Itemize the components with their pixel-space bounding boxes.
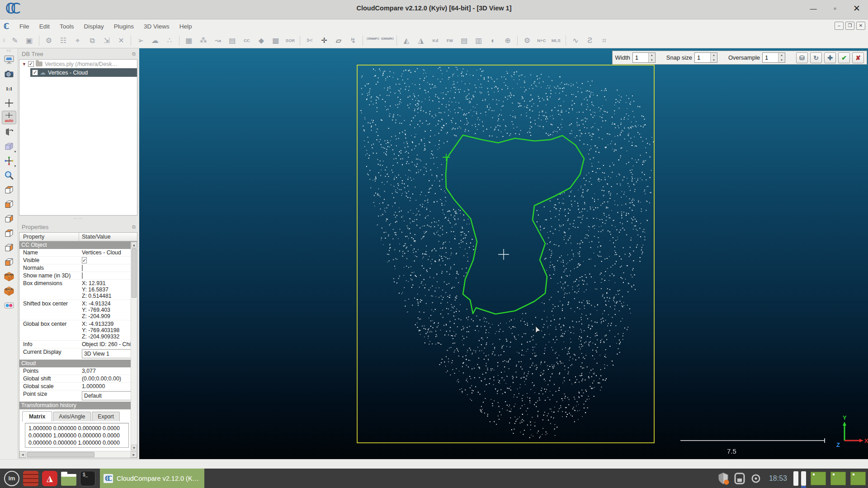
scroll-down-icon[interactable]: ▼ — [131, 445, 137, 450]
point-picking-icon[interactable]: ➢ — [135, 35, 146, 47]
view-front-iso-icon[interactable]: FRONT — [2, 270, 16, 283]
menu-edit[interactable]: Edit — [34, 21, 55, 32]
properties-list-icon[interactable]: ☷ — [57, 35, 69, 47]
qsphere-icon[interactable]: ◐ — [487, 35, 499, 47]
pcd-icon[interactable]: ▥ — [473, 35, 485, 47]
fm-plugin-icon[interactable]: FM — [444, 35, 456, 47]
oversample-input[interactable] — [763, 53, 778, 62]
expand-triangle-icon[interactable]: ▼ — [22, 62, 26, 66]
width-spinbox[interactable]: ▲▼ — [632, 52, 656, 63]
mint-menu-icon[interactable]: lm — [4, 471, 19, 486]
value-column-header[interactable]: State/Value — [79, 233, 137, 241]
kd-plugin-icon[interactable]: Kd — [429, 35, 441, 47]
view-front-icon[interactable] — [2, 197, 16, 211]
db-tree-cloud-row[interactable]: ✓ ☁ Vertices - Cloud — [30, 68, 137, 77]
menu-help[interactable]: Help — [175, 21, 197, 32]
property-column-header[interactable]: Property — [19, 233, 79, 241]
show-name-in-3d--checkbox[interactable] — [82, 272, 83, 279]
screenshot-icon[interactable] — [2, 67, 16, 81]
normals-checkbox[interactable] — [82, 265, 83, 271]
toolbar-grip[interactable]: ⣿ — [3, 38, 6, 42]
maximize-button[interactable]: ▫ — [830, 4, 840, 14]
mdi-restore-button[interactable]: ❐ — [845, 22, 854, 30]
properties-vertical-scrollbar[interactable]: ▲ ▼ — [131, 242, 137, 450]
point-list-picking-icon[interactable]: ☁ — [149, 35, 161, 47]
apply-transformation-icon[interactable]: ⌖ — [72, 35, 84, 47]
minimize-button[interactable]: — — [808, 4, 818, 14]
menu-3d-views[interactable]: 3D Views — [139, 21, 175, 32]
cloud-cloud-distance-icon[interactable]: ⁂ — [198, 35, 209, 47]
normals-compute-icon[interactable]: N+C — [536, 35, 547, 47]
render-to-file-icon[interactable]: ▦ — [183, 35, 195, 47]
auto-pick-center-icon[interactable]: auto — [2, 111, 16, 124]
zoom-fit-icon[interactable] — [2, 169, 16, 182]
globe-icon[interactable]: ⊕ — [502, 35, 514, 47]
pivot-visibility-icon[interactable]: ▾ — [2, 154, 16, 168]
scroll-right-icon[interactable]: ► — [131, 451, 137, 458]
view-bottom-icon[interactable] — [2, 255, 16, 269]
merge-icon[interactable]: ⇲ — [101, 35, 113, 47]
stereo-icon[interactable] — [2, 299, 16, 312]
cross-section-icon[interactable]: ✛ — [318, 35, 330, 47]
segment-icon[interactable]: ✄ — [304, 35, 316, 47]
clone-icon[interactable]: ⧉ — [86, 35, 98, 47]
3d-viewport-canvas[interactable] — [139, 48, 868, 459]
spline-icon[interactable]: Ƨ — [584, 35, 596, 47]
dock-splitter[interactable]: ⋯⋯ — [19, 216, 137, 222]
mdi-minimize-button[interactable]: ‒ — [835, 22, 844, 30]
snap-size-input[interactable] — [695, 53, 710, 62]
menu-plugins[interactable]: Plugins — [109, 21, 139, 32]
axes-cube-icon[interactable]: ⌗ — [599, 35, 610, 47]
cancel-button[interactable]: ✘ — [852, 52, 864, 63]
oversample-spin-arrows-icon[interactable]: ▲▼ — [778, 53, 785, 62]
save-icon[interactable]: ▣ — [24, 35, 35, 47]
saved-polylines-button[interactable]: ⛁ — [796, 52, 808, 63]
visible-checkbox[interactable]: ✓ — [82, 257, 87, 263]
view-toolbar-grip[interactable]: ⠿⠿ — [6, 49, 11, 52]
view-left-icon[interactable] — [2, 212, 16, 225]
cloud-visibility-checkbox[interactable]: ✓ — [32, 70, 38, 75]
zoom-1-1-icon[interactable]: 1:1 — [2, 82, 16, 95]
workspace-2[interactable] — [830, 472, 846, 485]
view-back-icon[interactable] — [2, 226, 16, 240]
mdi-close-button[interactable]: ✕ — [856, 22, 865, 30]
properties-horizontal-scrollbar[interactable]: ◄ ► — [19, 451, 137, 458]
open-icon[interactable]: ✎ — [9, 35, 21, 47]
polyline-tracing-icon[interactable]: ∿ — [570, 35, 581, 47]
validate-button[interactable]: ✔ — [838, 52, 850, 63]
root-visibility-checkbox[interactable]: ✓ — [28, 61, 34, 67]
clock[interactable]: 18:53 — [769, 474, 787, 483]
oversample-spinbox[interactable]: ▲▼ — [762, 52, 785, 63]
display-options-icon[interactable] — [2, 53, 16, 66]
statistical-test-icon[interactable]: ▤ — [226, 35, 238, 47]
shield-icon[interactable] — [717, 471, 730, 486]
cc-label-icon[interactable]: CC — [241, 35, 253, 47]
rotate-view-icon[interactable] — [2, 125, 16, 139]
width-spin-arrows-icon[interactable]: ▲▼ — [648, 53, 655, 62]
subsample-icon[interactable]: ∴ — [164, 35, 175, 47]
density-icon[interactable]: ◆ — [255, 35, 267, 47]
window-button-1[interactable] — [793, 471, 798, 486]
menu-display[interactable]: Display — [79, 21, 108, 32]
m3c2-precision-icon[interactable]: ◮ — [415, 35, 427, 47]
tab-axis-angle[interactable]: Axis/Angle — [53, 412, 91, 421]
clone-settings-icon[interactable]: ⚙ — [43, 35, 55, 47]
clipboard-device-icon[interactable] — [733, 471, 746, 486]
interactive-transform-icon[interactable]: ↯ — [347, 35, 359, 47]
cloudcompare-task-button[interactable]: ℂℂ CloudCompare v2.12.0 (K… — [100, 469, 204, 488]
firewall-icon[interactable] — [23, 471, 38, 486]
width-input[interactable] — [633, 53, 648, 62]
canupo-create-icon[interactable]: CANUPOCreate — [367, 35, 378, 47]
menu-tools[interactable]: Tools — [55, 21, 79, 32]
db-tree-root-row[interactable]: ▼ ✓ Vertices.ply (/home/a/Desk… — [19, 60, 137, 68]
scroll-left-icon[interactable]: ◄ — [19, 451, 26, 458]
snap-size-spinbox[interactable]: ▲▼ — [694, 52, 717, 63]
files-icon[interactable] — [61, 474, 76, 486]
mls-smoothing-icon[interactable]: MLS — [550, 35, 562, 47]
view-right-icon[interactable] — [2, 241, 16, 254]
clipping-box-icon[interactable]: ▱ — [333, 35, 344, 47]
close-button[interactable]: ✕ — [852, 4, 862, 14]
add-vertex-button[interactable]: ✚ — [824, 52, 836, 63]
properties-float-icon[interactable]: ⧉ — [132, 224, 136, 230]
terminal-icon[interactable]: $_ — [80, 471, 95, 486]
